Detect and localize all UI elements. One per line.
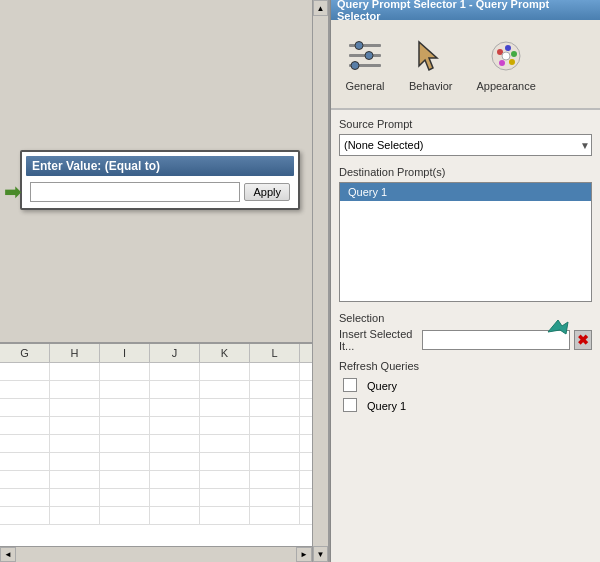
general-icon xyxy=(345,36,385,76)
vertical-scrollbar[interactable]: ▲ ▼ xyxy=(312,0,328,562)
svg-point-1 xyxy=(355,42,363,50)
svg-point-11 xyxy=(509,59,515,65)
grid-row xyxy=(0,471,330,489)
grid-row xyxy=(0,417,330,435)
selection-btn[interactable]: ✖ xyxy=(574,330,592,350)
svg-rect-0 xyxy=(349,44,381,47)
grid-row xyxy=(0,489,330,507)
col-headers: G H I J K L xyxy=(0,344,330,363)
prompt-input[interactable] xyxy=(30,182,240,202)
dest-item-query1[interactable]: Query 1 xyxy=(340,183,591,201)
toolbar-item-general[interactable]: General xyxy=(339,32,391,96)
grid-row xyxy=(0,381,330,399)
prompt-area: Enter Value: (Equal to) ➡ Apply xyxy=(20,150,300,210)
refresh-query-checkbox[interactable] xyxy=(343,378,357,392)
behavior-label: Behavior xyxy=(409,80,452,92)
toolbar-item-appearance[interactable]: Appearance xyxy=(470,32,541,96)
destination-prompts-list[interactable]: Query 1 xyxy=(339,182,592,302)
col-k: K xyxy=(200,344,250,362)
appearance-label: Appearance xyxy=(476,80,535,92)
refresh-queries-label: Refresh Queries xyxy=(339,360,592,372)
refresh-query-name: Query xyxy=(363,376,592,396)
properties-panel: Source Prompt (None Selected) ▼ Destinat… xyxy=(331,110,600,562)
scroll-down-btn[interactable]: ▼ xyxy=(313,546,328,562)
grid-row xyxy=(0,453,330,471)
col-l: L xyxy=(250,344,300,362)
prompt-widget: Enter Value: (Equal to) ➡ Apply xyxy=(20,150,300,210)
source-prompt-select[interactable]: (None Selected) xyxy=(339,134,592,156)
horizontal-scrollbar[interactable]: ◄ ► xyxy=(0,546,312,562)
col-h: H xyxy=(50,344,100,362)
col-g: G xyxy=(0,344,50,362)
svg-point-12 xyxy=(499,60,505,66)
refresh-query1-row: Query 1 xyxy=(339,396,592,416)
scroll-left-btn[interactable]: ◄ xyxy=(0,547,16,562)
prompt-title: Enter Value: (Equal to) xyxy=(26,156,294,176)
grid-row xyxy=(0,435,330,453)
selection-section: Selection Insert Selected It... ✖ xyxy=(339,312,592,352)
svg-point-5 xyxy=(351,62,359,70)
destination-prompts-section: Destination Prompt(s) Query 1 xyxy=(339,166,592,302)
refresh-queries-section: Refresh Queries Query Query 1 xyxy=(339,360,592,416)
source-prompt-label: Source Prompt xyxy=(339,118,592,130)
scroll-right-btn[interactable]: ► xyxy=(296,547,312,562)
grid-row xyxy=(0,507,330,525)
col-i: I xyxy=(100,344,150,362)
general-label: General xyxy=(345,80,384,92)
apply-button[interactable]: Apply xyxy=(244,183,290,201)
input-arrow-icon: ➡ xyxy=(4,181,21,203)
refresh-queries-table: Query Query 1 xyxy=(339,376,592,416)
scroll-up-btn[interactable]: ▲ xyxy=(313,0,328,16)
toolbar: General Behavior xyxy=(331,20,600,110)
selection-row: Insert Selected It... ✖ xyxy=(339,328,592,352)
refresh-query-row: Query xyxy=(339,376,592,396)
toolbar-item-behavior[interactable]: Behavior xyxy=(403,32,458,96)
svg-point-10 xyxy=(511,51,517,57)
appearance-icon xyxy=(486,36,526,76)
col-j: J xyxy=(150,344,200,362)
spreadsheet-area: G H I J K L xyxy=(0,342,330,562)
prompt-input-container: ➡ Apply xyxy=(26,180,294,204)
refresh-query1-checkbox[interactable] xyxy=(343,398,357,412)
source-prompt-section: Source Prompt (None Selected) ▼ xyxy=(339,118,592,156)
grid-row xyxy=(0,399,330,417)
behavior-icon xyxy=(411,36,451,76)
prompt-row: Apply xyxy=(26,180,294,204)
refresh-query1-name: Query 1 xyxy=(363,396,592,416)
destination-prompts-label: Destination Prompt(s) xyxy=(339,166,592,178)
grid-row xyxy=(0,363,330,381)
svg-point-3 xyxy=(365,52,373,60)
right-panel: Query Prompt Selector 1 - Query Prompt S… xyxy=(330,0,600,562)
svg-point-13 xyxy=(502,52,510,60)
svg-marker-14 xyxy=(548,320,568,334)
title-text: Query Prompt Selector 1 - Query Prompt S… xyxy=(337,0,594,22)
selection-btn-icon: ✖ xyxy=(577,332,589,348)
left-panel: Enter Value: (Equal to) ➡ Apply G H I J … xyxy=(0,0,330,562)
svg-point-9 xyxy=(505,45,511,51)
svg-marker-6 xyxy=(419,42,437,70)
title-bar: Query Prompt Selector 1 - Query Prompt S… xyxy=(331,0,600,20)
insert-selected-label: Insert Selected It... xyxy=(339,328,418,352)
source-prompt-dropdown-wrapper: (None Selected) ▼ xyxy=(339,134,592,156)
teal-arrow-icon xyxy=(546,318,570,345)
grid-rows xyxy=(0,363,330,525)
